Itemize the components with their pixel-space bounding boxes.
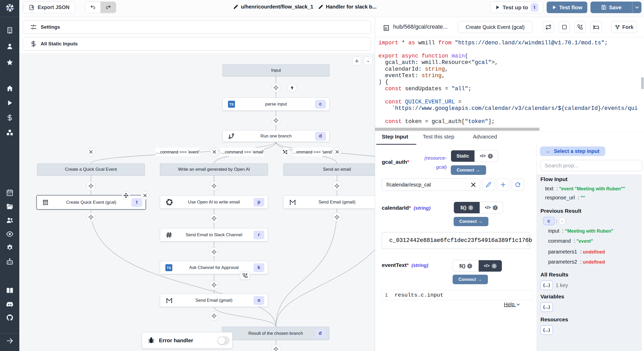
svg-text:31: 31: [385, 27, 388, 30]
svg-text:31: 31: [44, 201, 47, 204]
